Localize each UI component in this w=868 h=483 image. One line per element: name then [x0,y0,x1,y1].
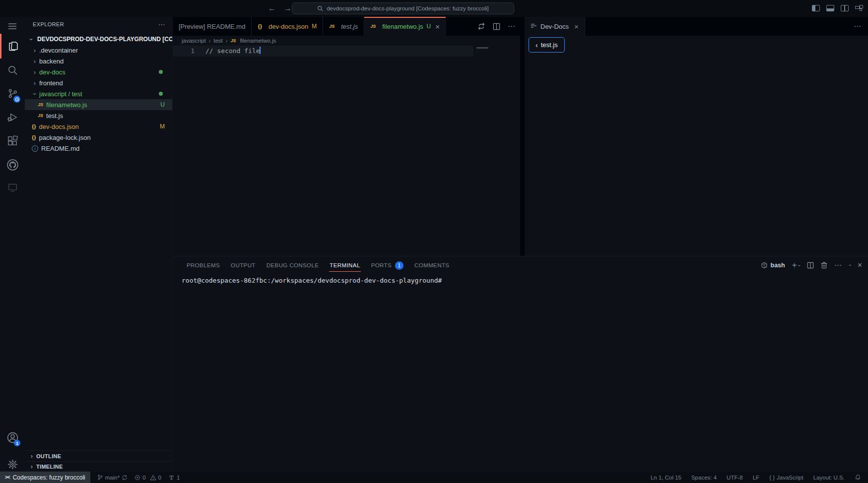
split-terminal-icon[interactable] [807,262,814,269]
toggle-sidebar-icon[interactable] [812,5,820,11]
breadcrumb-item[interactable]: javascript [182,38,206,44]
editor-tab--preview-readme-md[interactable]: [Preview] README.md [173,17,252,36]
terminal-controls: bash + › ⋯ › × [761,256,862,274]
code-text: // second file [205,47,260,55]
panel-tab-label: TERMINAL [330,262,360,268]
terminal-prompt[interactable]: root@codespaces-862fbc:/workspaces/devdo… [182,276,442,285]
command-center-text: devdocsprod-dev-docs-playground [Codespa… [327,5,489,11]
breadcrumb-item[interactable]: test [213,38,223,44]
search-panel-icon[interactable] [0,59,25,81]
maximize-panel-icon[interactable]: › [847,264,853,266]
minimap[interactable] [476,47,488,49]
panel-tab-bar: PROBLEMSOUTPUTDEBUG CONSOLETERMINALPORTS… [181,256,455,274]
tab-label: filenametwo.js [382,23,423,30]
tree-item-label: javascript / test [39,90,82,98]
devdocs-more-actions-icon[interactable]: ⋯ [854,17,861,36]
menu-icon[interactable] [0,18,25,35]
tree-item-readme-md[interactable]: iREADME.md [25,143,172,154]
js-file-icon: JS [38,113,43,118]
tree-item-javascript-test[interactable]: ›javascript / test [25,88,172,99]
status-item-lf[interactable]: LF [753,475,759,481]
status-item-label: UTF-8 [727,475,743,481]
tree-item-filenametwo-js[interactable]: JSfilenametwo.jsU [25,99,172,110]
panel-tab-output[interactable]: OUTPUT [225,256,261,274]
status-item-layout-u-s-[interactable]: Layout: U.S. [813,475,845,481]
source-control-icon[interactable] [0,81,25,105]
code-editor-line[interactable]: // second file [205,46,261,57]
panel-tab-terminal[interactable]: TERMINAL [324,256,365,274]
split-editor-icon[interactable] [493,23,500,30]
git-branch-icon [97,474,103,481]
tree-item-dev-docs-json[interactable]: {}dev-docs.jsonM [25,121,172,132]
status-item-spaces-4[interactable]: Spaces: 4 [691,475,717,481]
panel-tab-label: PORTS [371,262,392,268]
kill-terminal-icon[interactable] [821,262,827,269]
tree-item-label: frontend [39,79,63,87]
run-debug-icon[interactable] [0,105,25,129]
github-icon[interactable] [0,153,25,177]
open-changes-icon[interactable] [477,22,485,30]
toggle-secondary-sidebar-icon[interactable] [841,5,849,11]
tree-item-test-js[interactable]: JStest.js [25,110,172,121]
shell-selector[interactable]: bash [761,262,785,269]
branch-status[interactable]: main* [97,474,128,481]
file-tree: ›.devcontainer›backend›dev-docs›frontend… [25,45,172,154]
tree-item-backend[interactable]: ›backend [25,56,172,66]
text-cursor [260,47,261,54]
forwarded-ports-status[interactable]: 1 [168,475,180,481]
close-panel-icon[interactable]: × [858,261,862,270]
sidebar-header: EXPLORER ⋯ [25,17,172,32]
git-status-badge: M [312,23,317,30]
remote-indicator[interactable]: >< Codespaces: fuzzy broccoli [0,472,90,483]
nav-forward-icon[interactable]: → [284,4,292,13]
breadcrumb[interactable]: javascript›test›JSfilenametwo.js [173,36,520,46]
extensions-icon[interactable] [0,129,25,153]
command-center-search[interactable]: devdocsprod-dev-docs-playground [Codespa… [292,2,514,14]
toggle-panel-icon[interactable] [826,5,834,11]
ports-badge: 1 [395,261,403,270]
accounts-icon[interactable]: 1 [0,425,25,449]
tab-dev-docs[interactable]: Dev-Docs × [525,17,585,36]
status-item-utf-8[interactable]: UTF-8 [727,475,743,481]
tree-item--devcontainer[interactable]: ›.devcontainer [25,45,172,56]
panel-tab-comments[interactable]: COMMENTS [409,256,455,274]
editor-tab-filenametwo-js[interactable]: JSfilenametwo.jsU× [364,17,446,36]
chevron-right-icon: › [32,79,38,87]
editor-tab-test-js[interactable]: JStest.js [323,17,364,36]
panel-tab-ports[interactable]: PORTS1 [366,256,409,274]
more-actions-icon[interactable]: ⋯ [508,22,515,31]
sidebar-actions-icon[interactable]: ⋯ [158,20,165,28]
customize-layout-icon[interactable] [855,5,863,11]
remote-explorer-icon[interactable] [0,177,25,198]
branch-label: main* [105,475,120,481]
tree-item-frontend[interactable]: ›frontend [25,77,172,88]
panel-more-actions-icon[interactable]: ⋯ [834,261,842,270]
breadcrumb-item[interactable]: filenametwo.js [240,38,276,44]
panel-tab-debug-console[interactable]: DEBUG CONSOLE [261,256,325,274]
problems-status[interactable]: 0 0 [134,475,161,481]
timeline-label: TIMELINE [36,464,63,470]
nav-back-icon[interactable]: ← [268,4,276,13]
remote-label: Codespaces: fuzzy broccoli [13,474,85,481]
close-icon[interactable]: × [574,22,579,31]
workspace-root-item[interactable]: › DEVDOCSPROD-DEV-DOCS-PLAYGROUND [CO... [25,34,172,45]
panel-tab-problems[interactable]: PROBLEMS [181,256,225,274]
timeline-section[interactable]: › TIMELINE [25,461,172,471]
editor-group-divider[interactable] [520,17,525,256]
accounts-badge: 1 [14,440,20,446]
editor-tab-dev-docs-json[interactable]: {}dev-docs.jsonM [252,17,323,36]
back-to-file-button[interactable]: ‹ test.js [529,37,565,53]
close-icon[interactable]: × [435,22,440,31]
json-file-icon: {} [32,123,36,129]
notifications-bell-icon[interactable] [855,474,861,481]
new-terminal-icon[interactable]: + [792,260,797,270]
status-item-ln-1-col-15[interactable]: Ln 1, Col 15 [651,475,681,481]
tree-item-dev-docs[interactable]: ›dev-docs [25,66,172,77]
terminal-dropdown-icon[interactable]: › [797,264,802,266]
status-item-javascript[interactable]: { }JavaScript [769,475,803,481]
back-button-label: test.js [541,41,558,49]
outline-section[interactable]: › OUTLINE [25,450,172,461]
explorer-icon[interactable] [0,34,25,59]
editor-tab-bar: [Preview] README.md{}dev-docs.jsonMJStes… [173,17,520,36]
tree-item-package-lock-json[interactable]: {}package-lock.json [25,132,172,143]
